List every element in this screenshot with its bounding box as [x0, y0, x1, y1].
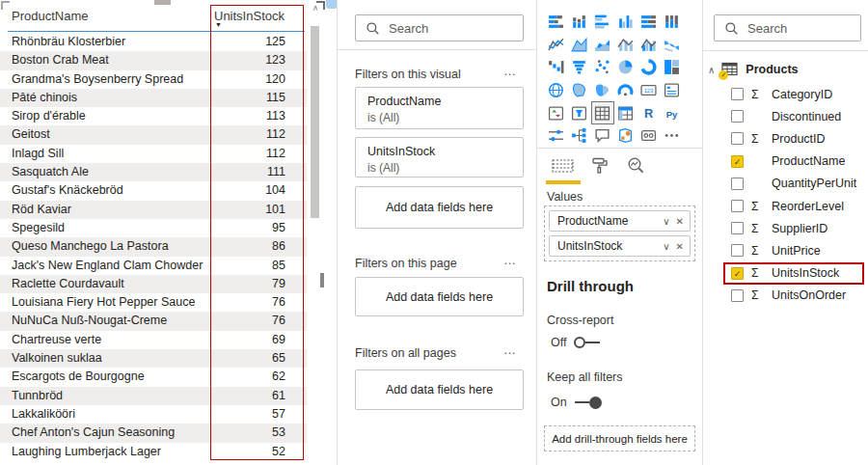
table-icon[interactable]	[591, 101, 614, 124]
value-well-unitsinstock[interactable]: UnitsInStock ∨ ✕	[549, 235, 691, 257]
add-data-fields-dropzone[interactable]: Add data fields here	[355, 186, 524, 229]
table-row[interactable]: NuNuCa Nuß-Nougat-Creme76	[0, 312, 307, 330]
waterfall-chart-icon[interactable]	[545, 56, 568, 79]
chevron-down-icon[interactable]: ∨	[663, 216, 669, 227]
field-row-discontinued[interactable]: ΣDiscontinued	[721, 105, 862, 127]
field-row-quantityperunit[interactable]: ΣQuantityPerUnit	[721, 173, 862, 195]
filter-card-productname[interactable]: ProductName is (All)	[355, 87, 524, 129]
stacked-bar-chart-icon[interactable]	[545, 11, 568, 34]
table-row[interactable]: Sirop d'érable113	[0, 107, 307, 125]
field-row-productname[interactable]: ✓ΣProductName	[721, 150, 862, 173]
table-row[interactable]: Boston Crab Meat123	[0, 51, 307, 69]
power-apps-icon[interactable]	[637, 124, 661, 148]
table-visual[interactable]: ProductName UnitsInStock ▼ Rhönbräu Klos…	[0, 0, 338, 465]
fields-search-input[interactable]: Search	[714, 14, 861, 41]
stacked-column-chart-icon[interactable]	[568, 11, 591, 34]
table-row[interactable]: Chartreuse verte69	[0, 331, 307, 349]
card-icon[interactable]: 123	[637, 79, 661, 102]
checkbox-unchecked[interactable]	[731, 110, 744, 123]
filters-search-input[interactable]: Search	[355, 14, 524, 41]
values-field-wells[interactable]: ProductName ∨ ✕ UnitsInStock ∨ ✕	[544, 205, 695, 261]
scroll-up-icon[interactable]: ∧	[309, 3, 322, 13]
column-header-productname[interactable]: ProductName	[12, 9, 88, 23]
table-row[interactable]: Grandma's Boysenberry Spread120	[0, 70, 307, 89]
field-row-unitsonorder[interactable]: ΣUnitsOnOrder	[721, 285, 862, 307]
add-data-fields-dropzone[interactable]: Add data fields here	[355, 369, 524, 410]
tab-fields[interactable]	[545, 152, 582, 178]
checkbox-unchecked[interactable]	[731, 200, 744, 212]
map-icon[interactable]	[545, 79, 568, 102]
toggle-on-switch[interactable]	[575, 397, 602, 409]
table-row[interactable]: Laughing Lumberjack Lager52	[0, 443, 307, 461]
table-row[interactable]: Spegesild95	[0, 219, 307, 237]
checkbox-unchecked[interactable]	[731, 244, 744, 257]
table-row[interactable]: Escargots de Bourgogne62	[0, 368, 307, 386]
100-stacked-bar-chart-icon[interactable]	[637, 11, 661, 34]
shape-map-icon[interactable]	[591, 79, 614, 102]
more-options-icon[interactable]: …	[503, 64, 517, 78]
table-row[interactable]: Rhönbräu Klosterbier125	[0, 33, 307, 51]
slicer-icon[interactable]	[568, 101, 591, 124]
keep-filters-toggle[interactable]: On	[551, 396, 602, 409]
tab-format[interactable]	[582, 152, 618, 178]
line-clustered-column-chart-icon[interactable]	[637, 34, 661, 57]
area-chart-icon[interactable]	[568, 34, 591, 57]
key-influencers-icon[interactable]	[545, 124, 568, 148]
table-row[interactable]: Röd Kaviar101	[0, 201, 307, 219]
treemap-icon[interactable]	[660, 56, 683, 79]
checkbox-unchecked[interactable]	[731, 132, 744, 145]
chevron-down-icon[interactable]: ∨	[663, 241, 669, 252]
ribbon-chart-icon[interactable]	[660, 34, 683, 57]
filter-card-unitsinstock[interactable]: UnitsInStock is (All)	[355, 137, 524, 178]
tab-analytics[interactable]	[618, 152, 655, 178]
100-stacked-column-chart-icon[interactable]	[660, 11, 683, 34]
table-node-products[interactable]: ∧ ✓ Products	[708, 58, 799, 81]
table-row[interactable]: Louisiana Fiery Hot Pepper Sauce76	[0, 293, 307, 312]
table-row[interactable]: Lakkalikööri57	[0, 405, 307, 424]
table-row[interactable]: Chef Anton's Cajun Seasoning53	[0, 424, 307, 442]
python-visual-icon[interactable]: Py	[660, 101, 683, 124]
r-script-icon[interactable]: R	[637, 101, 661, 124]
table-row[interactable]: Raclette Courdavault79	[0, 275, 307, 293]
table-scrollbar[interactable]: ∧	[309, 1, 322, 464]
field-row-categoryid[interactable]: ΣCategoryID	[721, 83, 862, 105]
matrix-icon[interactable]	[614, 101, 637, 124]
field-row-unitsinstock[interactable]: ✓ΣUnitsInStock	[721, 262, 862, 285]
scatter-chart-icon[interactable]	[591, 56, 614, 79]
cross-report-toggle[interactable]: Off	[551, 336, 600, 349]
checkbox-checked[interactable]: ✓	[731, 155, 744, 168]
checkbox-unchecked[interactable]	[731, 178, 744, 190]
more-options-icon[interactable]: …	[503, 342, 517, 357]
table-row[interactable]: Tunnbröd61	[0, 387, 307, 405]
checkbox-unchecked[interactable]	[731, 289, 744, 302]
toggle-off-switch[interactable]	[574, 337, 600, 348]
donut-chart-icon[interactable]	[637, 56, 661, 79]
checkbox-unchecked[interactable]	[731, 88, 744, 100]
collapse-chevron-icon[interactable]: ∧	[708, 65, 715, 75]
line-chart-icon[interactable]	[545, 34, 568, 57]
decomposition-tree-icon[interactable]	[568, 124, 591, 148]
line-stacked-column-chart-icon[interactable]	[614, 34, 637, 57]
table-row[interactable]: Queso Manchego La Pastora86	[0, 237, 307, 256]
table-row[interactable]: Inlagd Sill112	[0, 145, 307, 163]
table-row[interactable]: Pâté chinois115	[0, 89, 307, 107]
column-header-unitsinstock[interactable]: UnitsInStock	[214, 9, 285, 23]
table-row[interactable]: Sasquatch Ale111	[0, 163, 307, 181]
remove-field-icon[interactable]: ✕	[676, 216, 684, 227]
value-well-productname[interactable]: ProductName ∨ ✕	[549, 210, 691, 232]
field-row-supplierid[interactable]: ΣSupplierID	[721, 217, 862, 239]
q-and-a-icon[interactable]	[591, 124, 614, 148]
more-options-icon[interactable]: …	[503, 253, 517, 267]
checkbox-unchecked[interactable]	[731, 222, 744, 234]
field-row-productid[interactable]: ΣProductID	[721, 127, 862, 150]
field-row-reorderlevel[interactable]: ΣReorderLevel	[721, 195, 862, 217]
table-row[interactable]: Valkoinen suklaa65	[0, 349, 307, 368]
funnel-chart-icon[interactable]	[568, 56, 591, 79]
checkbox-checked[interactable]: ✓	[731, 267, 744, 280]
gauge-icon[interactable]	[614, 79, 637, 102]
table-row[interactable]: Gustaf's Knäckebröd104	[0, 181, 307, 200]
clustered-column-chart-icon[interactable]	[614, 11, 637, 34]
arcgis-map-icon[interactable]	[614, 124, 637, 148]
more-options-icon[interactable]	[660, 124, 683, 148]
add-data-fields-dropzone[interactable]: Add data fields here	[355, 277, 524, 316]
